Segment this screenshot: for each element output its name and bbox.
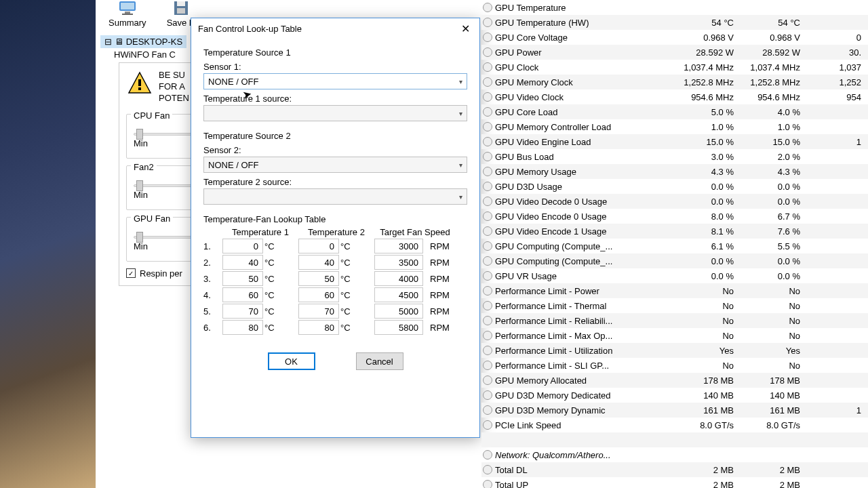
sensor-row[interactable]: GPU Temperature (HW)54 °C54 °C — [481, 15, 868, 30]
fan-speed-input[interactable] — [374, 287, 423, 302]
sensor-row[interactable]: GPU Memory Allocated178 MB178 MB — [481, 373, 868, 388]
tree-node-fan[interactable]: HWiNFO Fan C — [100, 48, 186, 61]
temp1-input[interactable] — [222, 239, 263, 253]
sensor-value-current: 161 MB — [673, 405, 739, 415]
unit-label: RPM — [429, 241, 456, 251]
sensor-name: GPU VR Usage — [494, 271, 673, 281]
sensor-row[interactable]: GPU Bus Load3.0 %2.0 % — [481, 149, 868, 164]
sensor2-dropdown[interactable]: NONE / OFF▾ — [203, 157, 467, 173]
sensor-row[interactable]: GPU Video Engine Load15.0 %15.0 %1 — [481, 134, 868, 149]
sensor-row[interactable]: GPU Memory Clock1,252.8 MHz1,252.8 MHz1,… — [481, 75, 868, 89]
sensor-row[interactable]: Network: Qualcomm/Athero... — [481, 447, 868, 462]
sensor-value-min: 4.0 % — [739, 107, 806, 117]
sensor-name: GPU Power — [494, 47, 673, 58]
sensor-row[interactable] — [481, 432, 868, 447]
sensor-value-current: 15.0 % — [673, 137, 739, 147]
sensor-row[interactable]: Performance Limit - ThermalNoNo — [481, 298, 868, 313]
temp1-input[interactable] — [222, 320, 263, 335]
sensor-value-current: 6.1 % — [673, 241, 739, 251]
close-icon[interactable]: ✕ — [457, 22, 474, 35]
temp2-input[interactable] — [298, 255, 339, 270]
sensor-row[interactable]: GPU Memory Usage4.3 %4.3 % — [481, 164, 868, 179]
sensor-row[interactable]: GPU Core Load5.0 %4.0 % — [481, 104, 868, 119]
temp2-source-dropdown[interactable]: ▾ — [203, 188, 467, 205]
sensor-value-current: 954.6 MHz — [673, 92, 739, 102]
svg-rect-3 — [122, 14, 133, 15]
sensor-icon — [483, 107, 492, 117]
col-temp1: Temperature 1 — [222, 227, 298, 237]
cancel-button[interactable]: Cancel — [356, 352, 403, 370]
warning-text: BE SUFOR APOTEN — [159, 70, 189, 104]
sensor-icon — [483, 226, 492, 236]
sensor-icon — [483, 241, 492, 251]
temp2-input[interactable] — [298, 320, 339, 335]
sensor-row[interactable]: GPU Power28.592 W28.592 W30. — [481, 45, 868, 60]
fan-speed-input[interactable] — [374, 271, 423, 286]
temp2-input[interactable] — [298, 287, 339, 302]
sensor-value-max: 0 — [806, 33, 867, 43]
cpu-fan-label: CPU Fan — [131, 110, 172, 121]
monitor-icon — [117, 0, 138, 16]
fan-speed-input[interactable] — [374, 320, 423, 335]
sensor-value-min: 1,037.4 MHz — [739, 62, 806, 73]
sensor-row[interactable]: GPU D3D Usage0.0 %0.0 % — [481, 179, 868, 194]
chevron-down-icon: ▾ — [459, 193, 462, 201]
sensor-row[interactable]: GPU D3D Memory Dedicated140 MB140 MB — [481, 388, 868, 403]
temp2-input[interactable] — [298, 239, 339, 253]
temp1-input[interactable] — [222, 271, 263, 286]
sensor-value-min: 15.0 % — [739, 137, 806, 147]
sensor-row[interactable]: GPU D3D Memory Dynamic161 MB161 MB1 — [481, 403, 868, 418]
sensor-value-min: 28.592 W — [739, 47, 806, 58]
sensor-row[interactable]: GPU Video Encode 0 Usage8.0 %6.7 % — [481, 209, 868, 224]
sensor-icon — [483, 137, 492, 146]
sensor-row[interactable]: Performance Limit - UtilizationYesYes — [481, 343, 868, 358]
sensor-row[interactable]: PCIe Link Speed8.0 GT/s8.0 GT/s — [481, 418, 868, 432]
summary-label: Summary — [108, 18, 146, 28]
sensor-icon — [483, 256, 492, 266]
sensor-row[interactable]: Performance Limit - PowerNoNo — [481, 283, 868, 298]
temp1-source-label: Temperature 1 source: — [203, 94, 467, 104]
temp1-input[interactable] — [222, 304, 263, 319]
sensor-row[interactable]: GPU Computing (Compute_...6.1 %5.5 % — [481, 239, 868, 253]
tree-node-desktop[interactable]: ⊟ 🖥 DESKTOP-KS — [100, 35, 186, 48]
sensor-row[interactable]: GPU Core Voltage0.968 V0.968 V0 — [481, 30, 868, 45]
fan-speed-input[interactable] — [374, 304, 423, 319]
sensor-value-current: 178 MB — [673, 375, 739, 386]
sensor-name: Network: Qualcomm/Athero... — [494, 450, 673, 460]
fan-speed-input[interactable] — [374, 239, 423, 253]
chevron-down-icon: ▾ — [459, 78, 462, 85]
unit-label: °C — [339, 241, 359, 251]
temp1-input[interactable] — [222, 255, 263, 270]
sensor-row[interactable]: GPU Memory Controller Load1.0 %1.0 % — [481, 119, 868, 134]
sensor-row[interactable]: Total DL2 MB2 MB — [481, 462, 868, 477]
sensor-name: GPU Memory Clock — [494, 77, 673, 87]
sensor-row[interactable]: GPU Computing (Compute_...0.0 %0.0 % — [481, 253, 868, 268]
sensor-row[interactable]: GPU Video Encode 1 Usage8.1 %7.6 % — [481, 224, 868, 239]
sensor-row[interactable]: Performance Limit - Reliabili...NoNo — [481, 313, 868, 328]
fan-speed-input[interactable] — [374, 255, 423, 270]
sensor-row[interactable]: GPU VR Usage0.0 %0.0 % — [481, 268, 868, 283]
summary-button[interactable]: Summary — [108, 0, 146, 34]
sensor-icon — [483, 3, 492, 12]
sensor-row[interactable]: Performance Limit - Max Op...NoNo — [481, 328, 868, 343]
sensor-row[interactable]: GPU Clock1,037.4 MHz1,037.4 MHz1,037 — [481, 60, 868, 75]
sensor-row[interactable]: GPU Temperature — [481, 0, 868, 15]
sensor-value-current: 1.0 % — [673, 122, 739, 132]
temp1-source-dropdown[interactable]: ▾ — [203, 105, 467, 121]
sensor1-dropdown[interactable]: NONE / OFF▾ — [203, 73, 467, 89]
sensor-value-max: 1 — [806, 405, 867, 415]
sensor-table[interactable]: GPU TemperatureGPU Temperature (HW)54 °C… — [481, 0, 868, 488]
sensor-name: Total UP — [494, 480, 673, 489]
device-tree[interactable]: ⊟ 🖥 DESKTOP-KS HWiNFO Fan C — [100, 35, 186, 61]
lookup-table-header: Temperature-Fan Lookup Table — [203, 214, 467, 224]
sensor-row[interactable]: GPU Video Decode 0 Usage0.0 %0.0 % — [481, 194, 868, 209]
temp1-input[interactable] — [222, 287, 263, 302]
temp2-input[interactable] — [298, 271, 339, 286]
unit-label: °C — [263, 274, 283, 284]
sensor-row[interactable]: Total UP2 MB2 MB — [481, 477, 868, 488]
fan-lookup-dialog: Fan Control Look-up Table ✕ Temperature … — [191, 18, 480, 438]
temp2-input[interactable] — [298, 304, 339, 319]
sensor-row[interactable]: Performance Limit - SLI GP...NoNo — [481, 358, 868, 373]
ok-button[interactable]: OK — [268, 352, 315, 370]
sensor-row[interactable]: GPU Video Clock954.6 MHz954.6 MHz954 — [481, 89, 868, 104]
